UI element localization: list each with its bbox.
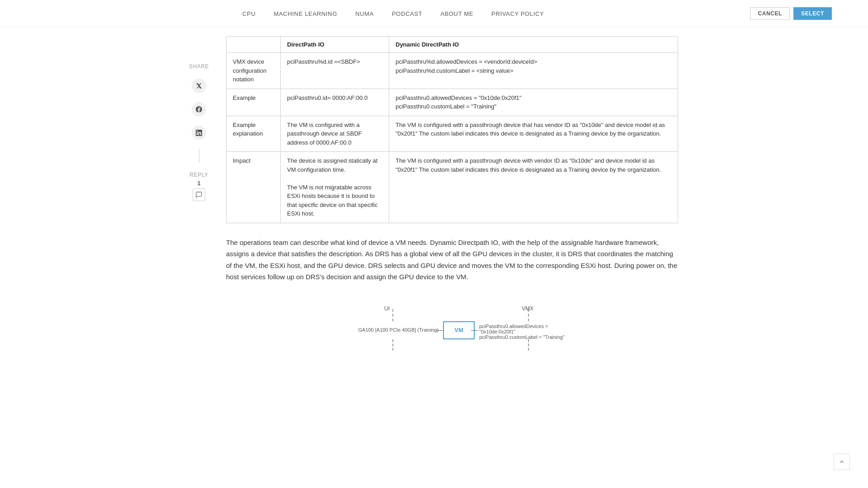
diagram-dashed-top-right (528, 309, 529, 321)
table-cell-dynamic: pciPassthru0.allowedDevices = "0x10de:0x… (389, 89, 678, 116)
reply-icon[interactable] (193, 188, 205, 201)
table-cell-label: Example (226, 89, 281, 116)
table-header-directpath: DirectPath IO (281, 37, 389, 53)
nav-item-about[interactable]: ABOUT ME (440, 10, 473, 17)
diagram-dashed-bottom-left (392, 339, 393, 351)
diagram-left-text: GA100 [A100 PCIe 40GB] (Training) (339, 327, 439, 333)
diagram-right-text: pciPassthru0.allowedDevices = "0x10de:0x… (479, 324, 565, 340)
nav-item-podcast[interactable]: PODCAST (392, 10, 422, 17)
share-label: Share (189, 63, 209, 70)
table-cell-directpath: The device is assigned statically at VM … (281, 152, 389, 223)
sidebar: Share Reply 1 (181, 36, 217, 360)
nav-item-privacy[interactable]: PRIVACY POLICY (491, 10, 544, 17)
twitter-icon[interactable] (192, 79, 206, 93)
table-cell-label: Impact (226, 152, 281, 223)
table-cell-label: Example explanation (226, 116, 281, 152)
diagram-ui-label: UI (384, 305, 390, 312)
main-layout: Share Reply 1 DirectPath IO Dyn (163, 27, 705, 369)
navigation: CPU MACHINE LEARNING NUMA PODCAST ABOUT … (0, 0, 868, 27)
diagram-line-left (436, 330, 443, 331)
reply-section: Reply 1 (189, 172, 208, 201)
cancel-button[interactable]: CANCEL (750, 7, 790, 20)
table-cell-dynamic: pciPassthru%d.allowedDevices = <vendorId… (389, 53, 678, 89)
article-content: DirectPath IO Dynamic DirectPath IO VMX … (217, 36, 687, 360)
table-cell-dynamic: The VM is configured with a passthrough … (389, 116, 678, 152)
diagram-dashed-bottom-right (528, 339, 529, 351)
comparison-table: DirectPath IO Dynamic DirectPath IO VMX … (226, 36, 678, 223)
article-paragraph: The operations team can describe what ki… (226, 237, 678, 283)
reply-count: 1 (197, 180, 200, 187)
facebook-icon[interactable] (192, 102, 206, 117)
table-cell-dynamic: The VM is configured with a passthrough … (389, 152, 678, 223)
diagram-vmx-label: VMX (522, 305, 533, 312)
diagram-vm-box: VM (443, 321, 475, 339)
table-header-dynamic: Dynamic DirectPath IO (389, 37, 678, 53)
select-button[interactable]: SELECT (793, 7, 832, 20)
table-cell-directpath: The VM is configured with a passthrough … (281, 116, 389, 152)
diagram-line-right (471, 330, 478, 331)
table-cell-label: VMX device configuration notation (226, 53, 281, 89)
diagram-dashed-top-left (392, 309, 393, 321)
nav-item-ml[interactable]: MACHINE LEARNING (274, 10, 337, 17)
table-header-label (226, 37, 281, 53)
nav-links: CPU MACHINE LEARNING NUMA PODCAST ABOUT … (242, 10, 544, 17)
sidebar-divider (199, 149, 199, 163)
diagram: UI VMX GA100 [A100 PCIe 40GB] (Training)… (339, 305, 565, 351)
table-cell-directpath: pciPassthru%d.id =<SBDF> (281, 53, 389, 89)
linkedin-icon[interactable] (192, 126, 206, 140)
nav-item-numa[interactable]: NUMA (355, 10, 374, 17)
scroll-top-button[interactable] (834, 454, 850, 470)
nav-actions: CANCEL SELECT (750, 7, 832, 20)
diagram-container: UI VMX GA100 [A100 PCIe 40GB] (Training)… (226, 296, 678, 360)
nav-item-cpu[interactable]: CPU (242, 10, 255, 17)
reply-label: Reply (189, 172, 208, 178)
table-cell-directpath: pciPassthru0.id= 0000:AF:00.0 (281, 89, 389, 116)
